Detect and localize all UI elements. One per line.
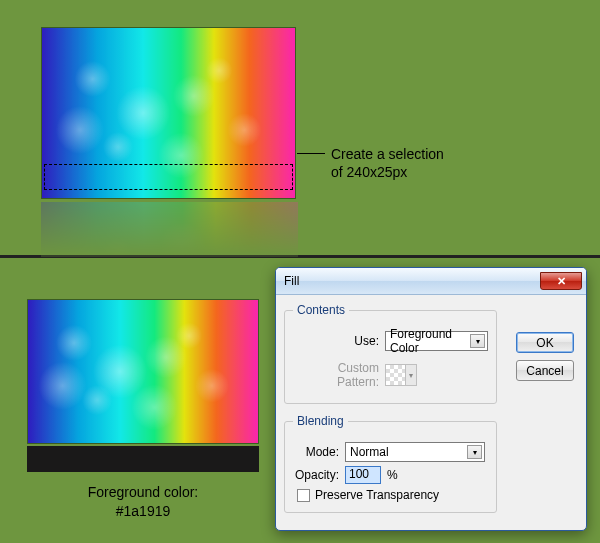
- preserve-transparency-checkbox[interactable]: [297, 489, 310, 502]
- tutorial-panel-bottom: Foreground color: #1a1919 Fill ✕ Content…: [0, 258, 600, 543]
- contents-legend: Contents: [293, 303, 349, 317]
- blending-legend: Blending: [293, 414, 348, 428]
- selection-marquee: [44, 164, 293, 190]
- tutorial-panel-top: Create a selection of 240x25px: [0, 0, 600, 258]
- mode-dropdown[interactable]: Normal ▾: [345, 442, 485, 462]
- bokeh-image-bottom: [27, 299, 259, 444]
- chevron-down-icon: ▾: [470, 334, 485, 348]
- mode-value: Normal: [350, 445, 389, 459]
- annotation-text: of 240x25px: [331, 163, 407, 181]
- fill-dialog: Fill ✕ Contents Use: Foreground Color ▾ …: [275, 267, 587, 531]
- contents-group: Contents Use: Foreground Color ▾ Custom …: [284, 303, 497, 404]
- dialog-body: Contents Use: Foreground Color ▾ Custom …: [276, 295, 586, 531]
- opacity-input[interactable]: 100: [345, 466, 381, 484]
- mode-label: Mode:: [293, 445, 345, 459]
- close-button[interactable]: ✕: [540, 272, 582, 290]
- close-icon: ✕: [557, 275, 566, 288]
- use-dropdown[interactable]: Foreground Color ▾: [385, 331, 488, 351]
- custom-pattern-swatch: ▾: [385, 364, 417, 386]
- foreground-color-label: Foreground color:: [27, 483, 259, 502]
- dialog-action-buttons: OK Cancel: [516, 332, 574, 388]
- foreground-color-value: #1a1919: [27, 502, 259, 521]
- pattern-preview: [386, 365, 406, 385]
- annotation-text: Create a selection: [331, 145, 444, 163]
- blending-group: Blending Mode: Normal ▾ Opacity: 100 % P…: [284, 414, 497, 513]
- opacity-label: Opacity:: [293, 468, 345, 482]
- custom-pattern-label: Custom Pattern:: [293, 361, 385, 389]
- dialog-titlebar[interactable]: Fill ✕: [276, 268, 586, 295]
- cancel-button[interactable]: Cancel: [516, 360, 574, 381]
- foreground-color-caption: Foreground color: #1a1919: [27, 483, 259, 521]
- opacity-unit: %: [387, 468, 398, 482]
- preserve-transparency-label: Preserve Transparency: [315, 488, 439, 502]
- ok-button[interactable]: OK: [516, 332, 574, 353]
- fill-result-bar: [27, 446, 259, 472]
- annotation-leader-line: [297, 153, 325, 154]
- dialog-title: Fill: [284, 274, 540, 288]
- bokeh-gradient: [28, 300, 258, 443]
- reflection: [41, 202, 298, 257]
- chevron-down-icon: ▾: [467, 445, 482, 459]
- chevron-down-icon: ▾: [406, 365, 416, 385]
- use-label: Use:: [293, 334, 385, 348]
